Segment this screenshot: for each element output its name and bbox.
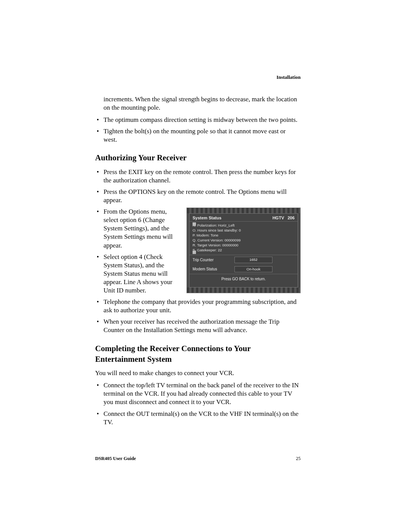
page-footer: DSR405 User Guide 25 [95,456,301,462]
authorizing-wrap-list: From the Options menu, select option 6 (… [95,208,301,315]
footer-guide-name: DSR405 User Guide [95,456,136,462]
authorizing-wrap-block: System Status HGTV 206 N. Polarization: … [95,208,301,318]
authorizing-heading: Authorizing Your Receiver [95,152,301,163]
footer-page-number: 25 [296,456,301,462]
list-item: The optimum compass direction setting is… [95,116,301,124]
page-content: increments. When the signal strength beg… [95,95,301,427]
list-item: Telephone the company that provides your… [95,298,301,315]
completing-list: Connect the top/left TV terminal on the … [95,381,301,426]
page: Installation increments. When the signal… [0,0,411,532]
list-item: Press the OPTIONS key on the remote cont… [95,188,301,204]
intro-bullet-list: The optimum compass direction setting is… [95,116,301,144]
completing-heading: Completing the Receiver Connections to Y… [95,343,301,365]
list-item: From the Options menu, select option 6 (… [95,208,301,249]
list-item: When your receiver has received the auth… [95,318,301,334]
list-item: Press the EXIT key on the remote control… [95,168,301,185]
list-item: Select option 4 (Check System Status), a… [95,253,301,295]
completing-intro-para: You will need to make changes to connect… [95,369,301,377]
intro-continuation: increments. When the signal strength beg… [104,95,301,112]
header-section-tag: Installation [276,74,301,80]
list-item: Connect the top/left TV terminal on the … [95,381,301,406]
list-item: Connect the OUT terminal(s) on the VCR t… [95,410,301,427]
authorizing-bottom-list: When your receiver has received the auth… [95,318,301,334]
list-item: Tighten the bolt(s) on the mounting pole… [95,127,301,144]
authorizing-top-list: Press the EXIT key on the remote control… [95,168,301,204]
